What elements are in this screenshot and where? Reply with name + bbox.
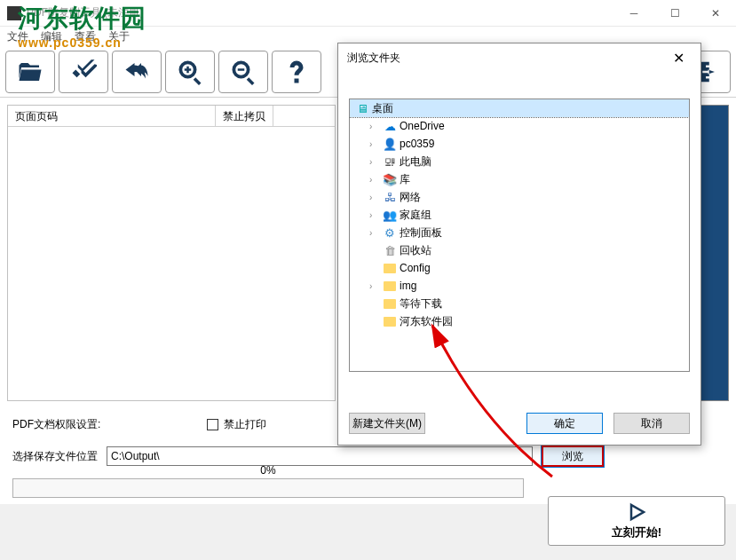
tree-onedrive[interactable]: › ☁ OneDrive — [350, 117, 689, 135]
recyclebin-icon: 🗑 — [383, 243, 397, 257]
tree-network[interactable]: › 🖧 网络 — [350, 188, 689, 206]
dialog-buttons: 新建文件夹(M) 确定 取消 — [338, 402, 700, 445]
window-title: PDF防复制工具 (未注册) — [27, 5, 613, 20]
title-bar: PDF防复制工具 (未注册) ─ ☐ ✕ — [0, 0, 736, 27]
col-nocopy[interactable]: 禁止拷贝 — [216, 106, 273, 126]
browse-button[interactable]: 浏览 — [542, 446, 604, 467]
open-button[interactable] — [5, 51, 55, 93]
dialog-title: 浏览文件夹 — [347, 51, 665, 66]
start-button[interactable]: 立刻开始! — [548, 496, 725, 546]
minimize-button[interactable]: ─ — [613, 0, 654, 27]
chevron-right-icon: › — [369, 175, 380, 185]
close-button[interactable]: ✕ — [695, 0, 736, 27]
progress-text: 0% — [260, 463, 275, 477]
chevron-right-icon: › — [369, 139, 380, 149]
cancel-button[interactable]: 取消 — [613, 413, 690, 434]
tree-pending[interactable]: 等待下载 — [350, 295, 689, 312]
tree-user[interactable]: › 👤 pc0359 — [350, 135, 689, 153]
ok-button[interactable]: 确定 — [526, 413, 603, 434]
apply-all-button[interactable] — [59, 51, 108, 93]
help-button[interactable] — [272, 51, 321, 93]
folder-icon — [383, 296, 397, 311]
cloud-icon: ☁ — [383, 119, 397, 133]
noprint-label: 禁止打印 — [224, 417, 266, 432]
tree-recyclebin[interactable]: 🗑 回收站 — [350, 241, 689, 259]
output-label: 选择保存文件位置 — [12, 449, 98, 464]
homegroup-icon: 👥 — [383, 208, 397, 222]
undo-button[interactable] — [112, 51, 162, 93]
col-page[interactable]: 页面页码 — [8, 106, 216, 126]
tree-libraries[interactable]: › 📚 库 — [350, 170, 689, 188]
tree-config[interactable]: Config — [350, 259, 689, 277]
tree-desktop[interactable]: 🖥 桌面 — [350, 99, 689, 117]
app-icon — [7, 6, 21, 20]
libraries-icon: 📚 — [383, 172, 397, 186]
table-header: 页面页码 禁止拷贝 — [8, 106, 335, 127]
dialog-titlebar: 浏览文件夹 ✕ — [338, 43, 700, 72]
chevron-right-icon: › — [369, 210, 380, 220]
new-folder-button[interactable]: 新建文件夹(M) — [349, 413, 425, 434]
menu-about[interactable]: 关于 — [108, 29, 130, 44]
menu-edit[interactable]: 编辑 — [41, 29, 62, 44]
tree-homegroup[interactable]: › 👥 家庭组 — [350, 206, 689, 224]
folder-icon — [383, 314, 397, 328]
tree-img[interactable]: › img — [350, 277, 689, 295]
network-icon: 🖧 — [383, 190, 397, 204]
double-check-icon — [70, 59, 97, 85]
controlpanel-icon: ⚙ — [383, 225, 397, 240]
menu-view[interactable]: 查看 — [75, 29, 96, 44]
play-icon — [626, 501, 647, 523]
output-path-input[interactable] — [107, 446, 533, 466]
chevron-right-icon: › — [369, 228, 380, 238]
zoom-in-icon — [177, 59, 203, 85]
zoom-in-button[interactable] — [165, 51, 215, 93]
folder-open-icon — [17, 59, 44, 85]
folder-tree[interactable]: 🖥 桌面 › ☁ OneDrive › 👤 pc0359 › 🖳 此电脑 › 📚 — [349, 99, 690, 372]
tree-hdrj[interactable]: 河东软件园 — [350, 312, 689, 330]
dialog-close-button[interactable]: ✕ — [665, 50, 692, 67]
checkbox-icon — [207, 419, 218, 430]
maximize-button[interactable]: ☐ — [654, 0, 695, 27]
tree-controlpanel[interactable]: › ⚙ 控制面板 — [350, 224, 689, 241]
pc-icon: 🖳 — [383, 154, 397, 169]
browse-folder-dialog: 浏览文件夹 ✕ 🖥 桌面 › ☁ OneDrive › 👤 pc0359 › 🖳… — [337, 43, 701, 446]
page-list-panel: 页面页码 禁止拷贝 — [7, 105, 336, 401]
user-icon: 👤 — [383, 137, 397, 151]
question-icon — [283, 59, 310, 85]
desktop-icon: 🖥 — [355, 101, 369, 115]
start-label: 立刻开始! — [612, 525, 661, 540]
chevron-right-icon: › — [369, 193, 380, 202]
zoom-out-icon — [230, 59, 257, 85]
tree-thispc[interactable]: › 🖳 此电脑 — [350, 153, 689, 170]
zoom-out-button[interactable] — [218, 51, 268, 93]
noprint-checkbox[interactable]: 禁止打印 — [207, 417, 266, 432]
rights-label: PDF文档权限设置: — [12, 417, 100, 432]
undo-icon — [123, 59, 150, 85]
folder-icon — [383, 279, 397, 293]
chevron-right-icon: › — [369, 122, 380, 131]
menu-file[interactable]: 文件 — [7, 29, 28, 44]
chevron-right-icon: › — [369, 281, 380, 291]
progress-bar: 0% — [12, 478, 524, 498]
folder-icon — [383, 261, 397, 275]
chevron-right-icon: › — [369, 157, 380, 167]
